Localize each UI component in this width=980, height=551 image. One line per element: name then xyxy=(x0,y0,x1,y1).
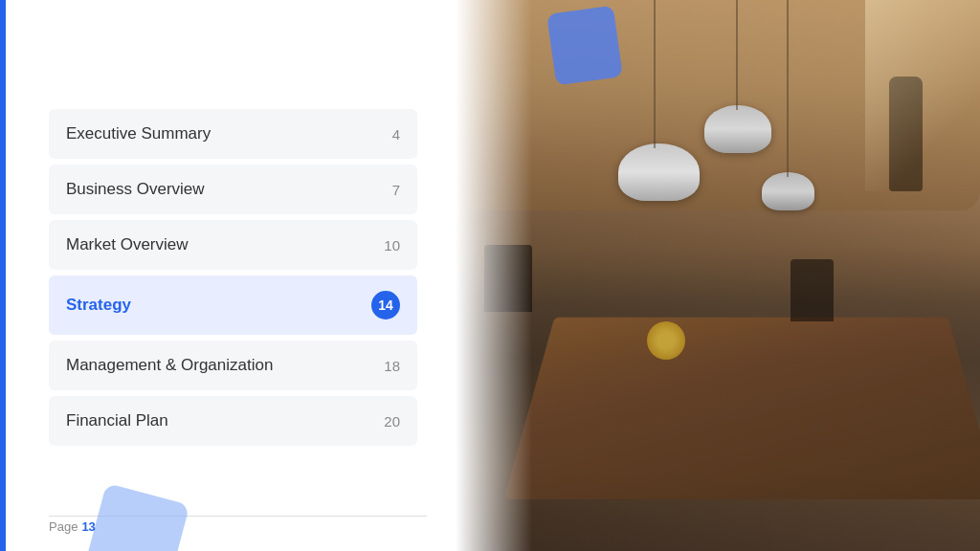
toc-item-financial-plan[interactable]: Financial Plan 20 xyxy=(49,396,417,446)
toc-item-page-active: 14 xyxy=(371,291,400,320)
lamp-2 xyxy=(704,105,771,153)
toc-item-business-overview[interactable]: Business Overview 7 xyxy=(49,165,417,214)
footer-page-number: 13 xyxy=(81,519,95,534)
toc-item-page: 10 xyxy=(384,237,400,253)
dining-table xyxy=(504,318,980,499)
toc-item-label: Market Overview xyxy=(66,235,189,254)
toc-item-label: Strategy xyxy=(66,296,131,315)
lamp-cord-3 xyxy=(787,0,789,177)
decorative-shape-bottom xyxy=(84,483,189,551)
left-panel: Executive Summary 4 Business Overview 7 … xyxy=(6,0,456,551)
toc-item-page: 4 xyxy=(392,126,400,143)
toc-item-page: 7 xyxy=(392,182,400,198)
window-light xyxy=(865,0,980,191)
footer-prefix: Page xyxy=(49,519,78,534)
toc-item-management[interactable]: Management & Organization 18 xyxy=(49,341,417,390)
toc-item-label: Executive Summary xyxy=(66,124,211,143)
toc-item-strategy[interactable]: Strategy 14 xyxy=(49,276,417,335)
right-panel xyxy=(456,0,980,551)
page-container: Executive Summary 4 Business Overview 7 … xyxy=(0,0,980,551)
decorative-shape-top xyxy=(546,5,623,85)
toc-item-page: 18 xyxy=(384,358,400,374)
lamp-3 xyxy=(762,172,814,210)
toc-list: Executive Summary 4 Business Overview 7 … xyxy=(49,109,417,452)
chair-2 xyxy=(791,259,834,321)
toc-item-executive-summary[interactable]: Executive Summary 4 xyxy=(49,109,417,159)
lamp-cord-2 xyxy=(736,0,738,110)
toc-item-page: 20 xyxy=(384,413,400,430)
toc-item-label: Financial Plan xyxy=(66,411,168,430)
table-flowers xyxy=(647,321,685,360)
toc-item-market-overview[interactable]: Market Overview 10 xyxy=(49,220,417,270)
toc-item-label: Business Overview xyxy=(66,180,205,199)
lamp-cord-1 xyxy=(654,0,656,148)
lamp-1 xyxy=(618,143,700,201)
left-fade-overlay xyxy=(456,0,532,551)
page-footer: Page 13 xyxy=(49,519,96,534)
toc-item-label: Management & Organization xyxy=(66,356,273,375)
